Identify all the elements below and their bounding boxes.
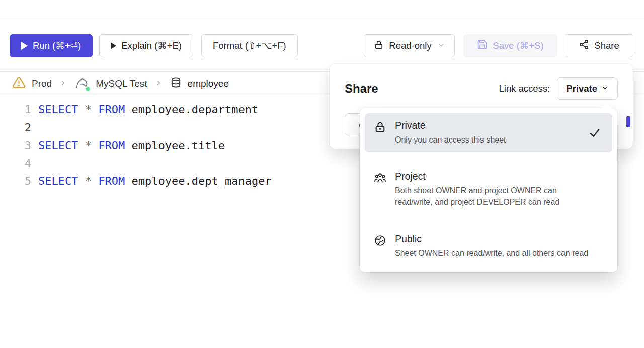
code-line[interactable]: 2 — [0, 119, 272, 137]
sql-operator: * — [85, 139, 92, 152]
lock-icon — [374, 40, 384, 52]
menu-item-text: Private Only you can access this sheet — [395, 120, 506, 146]
checkmark-icon — [588, 126, 601, 142]
warning-triangle-icon — [12, 76, 26, 92]
readonly-mode-dropdown[interactable]: Read-only — [364, 34, 455, 57]
link-access-dropdown[interactable]: Private — [557, 77, 618, 100]
instance-label: MySQL Test — [96, 78, 147, 89]
environment-label: Prod — [32, 78, 52, 89]
code-text: SELECT * FROM employee.dept_manager — [31, 172, 272, 190]
code-line[interactable]: 5 SELECT * FROM employee.dept_manager — [0, 172, 272, 190]
menu-item-title: Private — [395, 120, 506, 131]
sql-identifier: employee.title — [131, 139, 224, 152]
menu-item-title: Public — [395, 233, 588, 245]
code-line[interactable]: 1 SELECT * FROM employee.department — [0, 101, 272, 119]
explain-button-label: Explain (⌘+E) — [121, 40, 182, 51]
sql-keyword: SELECT — [38, 139, 78, 152]
readonly-label: Read-only — [389, 40, 431, 51]
database-label: employee — [188, 78, 229, 89]
line-number-active: 2 — [0, 119, 31, 137]
sql-keyword: FROM — [98, 103, 125, 116]
breadcrumb-instance[interactable]: MySQL Test — [74, 76, 147, 91]
menu-item-description: Both sheet OWNER and project OWNER can r… — [395, 185, 588, 208]
link-access-value: Private — [566, 83, 597, 94]
share-button[interactable]: Share — [565, 34, 633, 57]
link-access-label: Link access: — [499, 83, 550, 94]
chevron-right-icon — [155, 78, 163, 89]
menu-item-private[interactable]: Private Only you can access this sheet — [365, 113, 612, 152]
lock-icon — [374, 120, 387, 146]
mysql-dolphin-icon — [74, 76, 90, 91]
link-access-menu: Private Only you can access this sheet P… — [360, 108, 617, 272]
menu-item-text: Project Both sheet OWNER and project OWN… — [395, 171, 588, 208]
line-number: 3 — [0, 136, 31, 155]
code-text: SELECT * FROM employee.title — [31, 136, 225, 155]
chevron-right-icon — [59, 78, 67, 89]
top-divider — [0, 20, 644, 20]
sql-keyword: FROM — [98, 175, 125, 187]
sql-editor[interactable]: 1 SELECT * FROM employee.department 2 3 … — [0, 101, 272, 190]
format-button-label: Format (⇧+⌥+F) — [213, 40, 286, 51]
line-number: 4 — [0, 155, 31, 173]
menu-item-project[interactable]: Project Both sheet OWNER and project OWN… — [365, 164, 612, 215]
sql-operator: * — [85, 175, 92, 187]
code-text: SELECT * FROM employee.department — [31, 101, 258, 119]
sql-identifier: employee.dept_manager — [131, 175, 271, 187]
line-number: 1 — [0, 101, 31, 119]
share-button-label: Share — [594, 40, 619, 51]
share-modal-header: Share Link access: Private — [330, 64, 633, 100]
breadcrumb-environment[interactable]: Prod — [12, 76, 52, 92]
users-icon — [374, 171, 387, 208]
editor-toolbar: Run (⌘+⏎) Explain (⌘+E) Format (⇧+⌥+F) — [10, 34, 298, 57]
sql-operator: * — [85, 103, 92, 116]
menu-item-public[interactable]: Public Sheet OWNER can read/write, and a… — [365, 227, 612, 265]
save-icon — [477, 39, 488, 52]
database-icon — [170, 77, 182, 91]
copy-button-edge[interactable] — [626, 116, 630, 127]
share-icon — [579, 39, 589, 52]
code-line[interactable]: 4 — [0, 155, 272, 173]
menu-item-text: Public Sheet OWNER can read/write, and a… — [395, 233, 588, 259]
save-button[interactable]: Save (⌘+S) — [463, 34, 557, 57]
code-text — [31, 155, 38, 173]
play-icon — [21, 42, 28, 50]
connection-status-dot — [85, 86, 91, 92]
sql-keyword: SELECT — [38, 103, 78, 116]
play-icon — [111, 42, 116, 49]
code-text — [31, 119, 38, 137]
save-button-label: Save (⌘+S) — [493, 40, 543, 51]
run-button[interactable]: Run (⌘+⏎) — [10, 34, 93, 57]
menu-item-description: Only you can access this sheet — [395, 134, 506, 146]
globe-icon — [374, 233, 387, 259]
line-number: 5 — [0, 172, 31, 190]
chevron-down-icon — [438, 40, 445, 51]
explain-button[interactable]: Explain (⌘+E) — [99, 34, 193, 57]
menu-item-title: Project — [395, 171, 588, 182]
run-button-label: Run (⌘+⏎) — [33, 40, 81, 51]
breadcrumb-database[interactable]: employee — [170, 77, 229, 91]
sql-identifier: employee.department — [131, 103, 258, 116]
menu-item-description: Sheet OWNER can read/write, and all othe… — [395, 247, 588, 259]
code-line[interactable]: 3 SELECT * FROM employee.title — [0, 136, 272, 155]
share-modal-title: Share — [345, 82, 499, 96]
format-button[interactable]: Format (⇧+⌥+F) — [201, 34, 298, 57]
sql-keyword: SELECT — [38, 175, 78, 187]
chevron-down-icon — [601, 83, 609, 94]
sql-keyword: FROM — [98, 139, 125, 152]
